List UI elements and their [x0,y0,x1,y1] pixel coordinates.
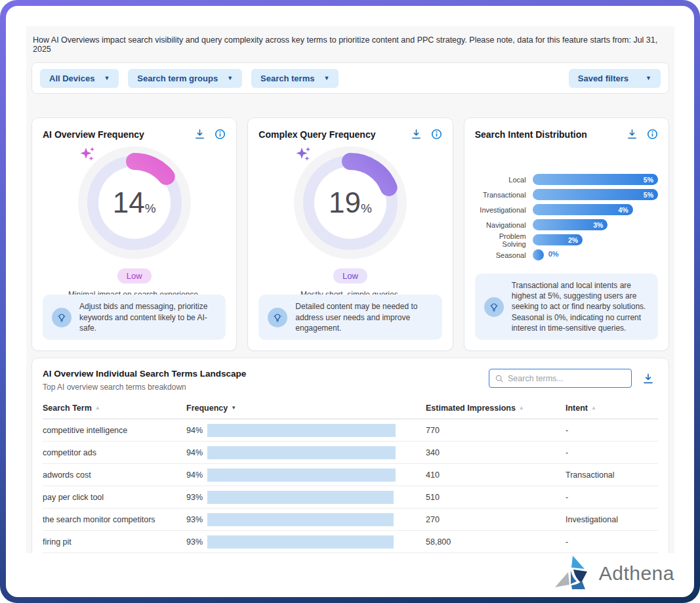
info-icon[interactable] [431,129,442,140]
adthena-logo-icon [553,555,591,592]
status-badge: Low [117,268,152,283]
search-term-cell: competitor ads [43,448,186,457]
frequency-value: 94% [186,448,207,457]
impressions-cell: 510 [426,493,566,502]
saved-filters-dropdown[interactable]: Saved filters ▼ [569,69,661,88]
column-header-estimated-impressions[interactable]: Estimated Impressions ▲ [426,404,566,413]
intent-cell: - [566,426,658,435]
intent-category-label: Seasonal [475,251,533,259]
frequency-cell: 94% [186,468,426,482]
search-term-cell: the search monitor competitors [43,515,186,524]
download-icon[interactable] [411,129,422,140]
insight-tip-text: Adjust bids and messaging, prioritize ke… [79,301,216,333]
intent-bar-row: Transactional5% [475,189,658,200]
intent-category-label: Navigational [475,221,533,229]
table-row[interactable]: the search monitor competitors93%270Inve… [43,509,658,531]
lightbulb-icon [484,297,504,317]
frequency-bar-track [207,491,407,504]
frequency-cell: 94% [186,446,426,459]
frequency-bar-fill [207,513,394,526]
impressions-cell: 410 [426,470,566,480]
lightbulb-icon [52,308,72,327]
frequency-cell: 93% [186,535,426,549]
chevron-down-icon: ▼ [227,75,233,81]
gauge-value: 19 [329,186,361,218]
search-terms-input[interactable] [508,374,626,383]
search-term-cell: pay per click tool [43,493,186,502]
impressions-cell: 270 [426,515,566,524]
intent-bar-fill: 2% [533,234,583,245]
intent-bar-fill: 5% [533,174,658,185]
frequency-bar-track [207,468,407,482]
intent-value-label: 3% [593,221,603,229]
intent-category-label: Local [475,176,533,184]
intent-cell: - [566,537,658,547]
column-header-intent[interactable]: Intent ▲ [566,404,658,413]
gauge-unit: % [361,201,372,215]
table-row[interactable]: firing pit93%58,800- [43,531,658,553]
table-row[interactable]: competitive intelligence94%770- [43,419,658,442]
column-header-search-term[interactable]: Search Term ▲ [43,404,186,413]
intent-bar-track: 3% [533,219,658,230]
intent-bar-track: 2% [533,234,658,245]
search-term-cell: firing pit [43,537,186,547]
card-title: AI Overview Frequency [43,129,194,140]
insight-tip-text: Detailed content may be needed to addres… [295,301,432,333]
intent-value-label: 5% [644,191,653,199]
frequency-bar-track [207,513,407,526]
table-row[interactable]: adwords cost94%410Transactional [43,464,658,486]
card-title: Complex Query Frequency [258,129,410,140]
search-terms-label: Search terms [260,73,314,83]
intent-category-label: Problem Solving [475,232,533,248]
chevron-down-icon: ▼ [104,75,110,81]
intent-bar-track: 5% [533,189,658,200]
column-header-frequency[interactable]: Frequency ▼ [186,404,426,413]
impressions-cell: 58,800 [426,537,566,547]
saved-filters-label: Saved filters [578,73,628,83]
intent-value-label: 5% [644,176,653,184]
info-icon[interactable] [215,129,226,140]
insight-tip-box: Adjust bids and messaging, prioritize ke… [43,295,226,340]
ai-overview-donut-gauge: 14% [78,146,191,259]
intent-bar-track: 0% [533,249,658,260]
insight-tip-text: Transactional and local intents are high… [512,280,649,333]
search-icon [495,374,504,383]
download-icon[interactable] [627,129,638,140]
intent-category-label: Transactional [475,191,533,199]
info-icon[interactable] [647,129,658,140]
adthena-logo-text: Adthena [599,562,674,585]
complex-query-donut-gauge: 19% [294,146,407,259]
search-term-groups-dropdown[interactable]: Search term groups ▼ [128,69,242,88]
sparkles-icon [78,146,98,163]
insight-tip-box: Transactional and local intents are high… [475,274,658,340]
intent-cell: Investigational [566,515,658,524]
status-badge: Low [333,268,367,283]
intent-bar-row: Seasonal0% [475,249,658,260]
table-row[interactable]: competitor ads94%340- [43,442,658,464]
app-frame: How AI Overviews impact search visibilit… [0,0,700,603]
intent-bar-fill: 3% [533,219,608,230]
download-icon[interactable] [194,129,205,140]
table-body: competitive intelligence94%770-competito… [43,419,658,553]
search-terms-input-wrapper [489,369,632,388]
table-row[interactable]: pay per click tool93%510- [43,486,658,509]
frequency-value: 93% [186,493,207,502]
frequency-bar-fill [207,491,394,504]
intent-bar-fill: 4% [533,204,633,215]
sparkles-icon [294,146,314,163]
intent-bar-row: Navigational3% [475,219,658,230]
download-icon[interactable] [642,373,654,385]
frequency-cell: 93% [186,513,426,526]
search-terms-dropdown[interactable]: Search terms ▼ [251,69,339,88]
frequency-value: 94% [186,426,207,435]
devices-filter-dropdown[interactable]: All Devices ▼ [40,69,119,88]
impressions-cell: 340 [426,448,566,457]
impressions-cell: 770 [426,426,566,435]
frequency-bar-track [207,535,407,549]
adthena-logo: Adthena [553,555,674,592]
frequency-bar-track [207,424,407,437]
devices-filter-label: All Devices [49,73,94,83]
metric-cards-row: AI Overview Frequency [31,117,669,351]
frequency-value: 93% [186,537,207,547]
filter-bar: All Devices ▼ Search term groups ▼ Searc… [31,62,669,94]
